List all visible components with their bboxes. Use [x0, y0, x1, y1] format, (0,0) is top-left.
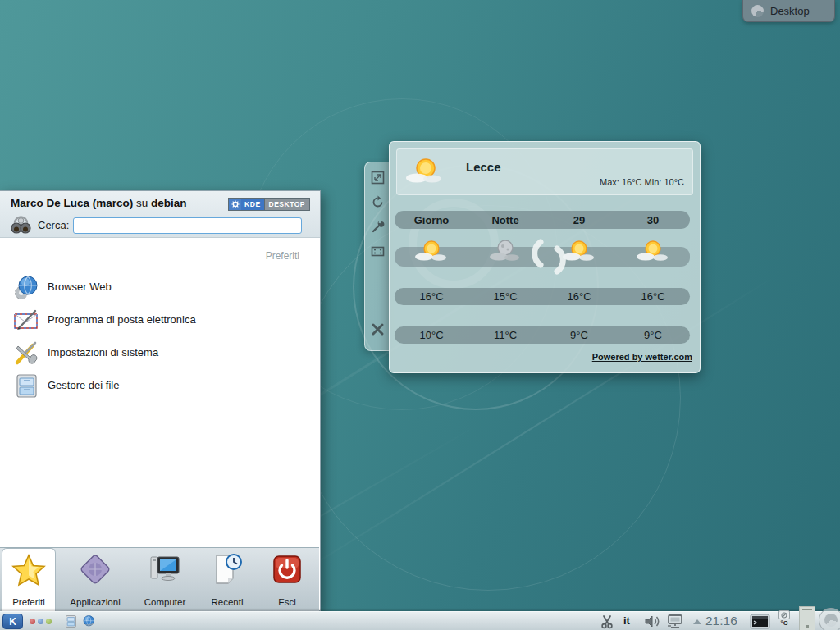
menu-item-browser-web[interactable]: Browser Web	[0, 272, 318, 304]
pager-dot-green[interactable]	[46, 619, 52, 624]
weather-col-label: 29	[542, 214, 616, 226]
kde-gear-icon	[229, 199, 241, 210]
weather-high-temps: 16°C 15°C 16°C 16°C	[395, 288, 690, 305]
temp-value: 16°C	[616, 290, 690, 303]
moon-clouds-icon	[487, 236, 523, 269]
kickoff-launcher: Marco De Luca (marco) su debian KDE DESK…	[0, 190, 321, 611]
keyboard-layout-indicator[interactable]: it	[623, 614, 630, 627]
weather-minmax: Max: 16°C Min: 10°C	[600, 177, 684, 187]
kickoff-header: Marco De Luca (marco) su debian KDE DESK…	[0, 191, 320, 238]
sun-clouds-icon	[405, 153, 445, 193]
tab-computer[interactable]: Computer	[135, 548, 195, 613]
star-icon	[11, 553, 46, 587]
menu-item-label: Browser Web	[48, 281, 112, 293]
menu-item-label: Programma di posta elettronica	[48, 313, 196, 326]
sun-clouds-icon	[635, 236, 671, 269]
weather-header: Lecce Max: 16°C Min: 10°C	[396, 148, 693, 195]
logout-icon	[270, 552, 304, 587]
kickoff-user-title: Marco De Luca (marco) su debian	[11, 197, 187, 209]
tray-expander-icon[interactable]	[693, 619, 701, 624]
temp-value: 16°C	[542, 290, 616, 303]
close-icon[interactable]	[371, 322, 385, 336]
favorites-section-label: Preferiti	[266, 250, 299, 262]
pager-dot-blue[interactable]	[38, 619, 43, 624]
wetter-credit-link[interactable]: Powered by wetter.com	[592, 352, 692, 362]
tab-label: Preferiti	[2, 597, 55, 607]
sun-clouds-icon	[413, 236, 450, 269]
host-name: debian	[151, 197, 187, 209]
file-manager-taskbar-icon[interactable]	[64, 614, 78, 628]
applications-icon	[78, 552, 112, 587]
rotate-icon[interactable]	[371, 195, 385, 209]
weather-col-label: Giorno	[395, 214, 468, 226]
panel-clock[interactable]: 21:16	[705, 614, 737, 628]
kmenu-button[interactable]: K	[2, 614, 23, 629]
file-manager-icon	[13, 372, 40, 399]
temp-value: 9°C	[616, 329, 690, 341]
weather-widget[interactable]: Lecce Max: 16°C Min: 10°C Giorno Notte 2…	[389, 141, 701, 373]
panel-widget-strip[interactable]	[799, 606, 815, 630]
tab-recenti[interactable]: Recenti	[199, 548, 256, 613]
menu-item-label: Gestore dei file	[48, 379, 119, 391]
weather-city: Lecce	[466, 160, 501, 174]
weather-tray-label: °C	[776, 619, 792, 627]
title-connector: su	[133, 197, 151, 209]
konqueror-taskbar-icon[interactable]	[82, 614, 96, 628]
temp-value: 15°C	[468, 290, 542, 303]
menu-item-email[interactable]: Programma di posta elettronica	[0, 304, 318, 337]
folderview-header[interactable]: Desktop	[742, 0, 835, 22]
search-binoculars-icon	[10, 214, 32, 236]
tab-label: Esci	[261, 597, 313, 607]
kickoff-tab-bar: Preferiti Applicazioni Computer Recenti …	[0, 547, 319, 612]
klipper-icon[interactable]	[600, 614, 614, 629]
weather-low-temps: 10°C 11°C 9°C 9°C	[395, 326, 690, 344]
tab-label: Applicazioni	[59, 597, 131, 607]
user-name: Marco De Luca (marco)	[11, 197, 133, 209]
folderview-cashew-icon[interactable]	[751, 5, 764, 17]
menu-item-system-settings[interactable]: Impostazioni di sistema	[0, 337, 318, 370]
web-browser-icon	[13, 274, 40, 301]
resize-icon[interactable]	[371, 171, 385, 185]
pager-dot-red[interactable]	[30, 619, 35, 624]
badge-desktop-label: DESKTOP	[264, 199, 309, 210]
weather-tray-icon[interactable]: °C	[776, 610, 792, 627]
tab-esci[interactable]: Esci	[261, 548, 313, 613]
badge-kde-label: KDE	[241, 199, 263, 210]
menu-item-file-manager[interactable]: Gestore dei file	[0, 370, 318, 403]
recent-icon	[210, 552, 244, 587]
volume-icon[interactable]	[644, 614, 660, 628]
system-settings-icon	[13, 340, 40, 367]
tab-preferiti[interactable]: Preferiti	[2, 548, 56, 613]
search-input[interactable]	[73, 217, 302, 234]
panel-cashew-icon[interactable]	[819, 608, 840, 630]
computer-icon	[148, 552, 182, 587]
tab-label: Computer	[135, 597, 195, 607]
email-icon	[13, 307, 40, 334]
temp-value: 10°C	[395, 329, 468, 341]
menu-item-label: Impostazioni di sistema	[48, 346, 158, 358]
search-label: Cerca:	[38, 219, 69, 231]
kmenu-glyph: K	[9, 616, 16, 628]
kde-desktop-badge: KDE DESKTOP	[228, 198, 310, 211]
temp-value: 16°C	[395, 290, 468, 303]
plasma-widget-handle[interactable]	[364, 162, 390, 351]
bottom-panel: K it 21:16 °C	[0, 611, 840, 630]
weather-col-label: 30	[616, 214, 690, 226]
network-monitor-icon[interactable]	[666, 614, 684, 629]
konsole-tray-icon[interactable]	[750, 614, 770, 629]
weather-column-headers: Giorno Notte 29 30	[395, 211, 690, 229]
busy-spinner-icon	[527, 234, 570, 280]
tab-applicazioni[interactable]: Applicazioni	[59, 548, 131, 613]
temp-value: 11°C	[468, 329, 542, 341]
temp-value: 9°C	[542, 329, 616, 341]
weather-col-label: Notte	[468, 214, 542, 226]
configure-icon[interactable]	[371, 220, 385, 234]
shortcut-icon[interactable]	[371, 244, 385, 258]
tab-label: Recenti	[199, 597, 256, 607]
folderview-title: Desktop	[770, 5, 810, 17]
